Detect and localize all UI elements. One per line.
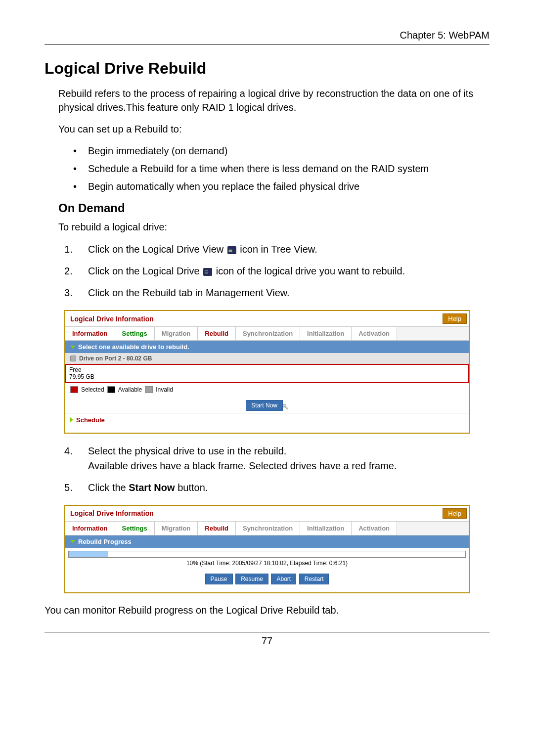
help-button[interactable]: Help bbox=[443, 508, 467, 519]
tabs-row: Information Settings Migration Rebuild S… bbox=[65, 326, 469, 341]
drive-label: Drive on Port 2 - 80.02 GB bbox=[79, 355, 152, 362]
ondemand-heading: On Demand bbox=[58, 201, 490, 215]
panel-title: Logical Drive Information bbox=[70, 509, 154, 517]
step-item: Click on the Logical Drive icon of the l… bbox=[58, 264, 490, 278]
setup-lead: You can set up a Rebuild to: bbox=[58, 122, 490, 136]
tab-migration[interactable]: Migration bbox=[155, 522, 198, 535]
rebuild-progress-label: Rebuild Progress bbox=[78, 538, 132, 545]
tab-migration[interactable]: Migration bbox=[155, 327, 198, 340]
resume-button[interactable]: Resume bbox=[235, 574, 268, 584]
step-item: Select the physical drive to use in the … bbox=[58, 444, 490, 473]
bullet-item: Begin automatically when you replace the… bbox=[58, 179, 490, 193]
step-text: Available drives have a black frame. Sel… bbox=[88, 460, 397, 471]
page-number: 77 bbox=[44, 632, 490, 647]
rebuild-progress-bar: Rebuild Progress bbox=[65, 535, 469, 548]
tab-settings[interactable]: Settings bbox=[115, 327, 155, 340]
free-size: 79.95 GB bbox=[69, 373, 465, 380]
progress-bar bbox=[68, 551, 466, 558]
free-label: Free bbox=[69, 366, 465, 373]
progress-text: 10% (Start Time: 2005/09/27 18:10:02, El… bbox=[65, 559, 469, 571]
closing-text: You can monitor Rebuild progress on the … bbox=[44, 603, 490, 617]
select-drive-text: Select one available drive to rebuild. bbox=[78, 343, 189, 351]
expand-icon bbox=[70, 346, 75, 349]
legend-available: Available bbox=[118, 386, 142, 393]
tab-initialization[interactable]: Initialization bbox=[300, 522, 352, 535]
schedule-label: Schedule bbox=[76, 416, 105, 424]
tab-information[interactable]: Information bbox=[65, 522, 115, 535]
bullet-item: Schedule a Rebuild for a time when there… bbox=[58, 162, 490, 176]
step-text: Click on the Logical Drive bbox=[88, 266, 202, 276]
cursor-icon: ↖ bbox=[282, 402, 289, 411]
legend-selected: Selected bbox=[81, 386, 104, 393]
step-text: Click the bbox=[88, 482, 129, 493]
bullet-item: Begin immediately (on demand) bbox=[58, 144, 490, 158]
step-text: Select the physical drive to use in the … bbox=[88, 445, 286, 456]
legend-selected-swatch bbox=[70, 386, 78, 393]
tabs-row: Information Settings Migration Rebuild S… bbox=[65, 521, 469, 535]
tab-settings[interactable]: Settings bbox=[115, 522, 155, 535]
intro-text: Rebuild refers to the process of repairi… bbox=[58, 87, 490, 114]
legend-available-swatch bbox=[107, 386, 115, 393]
tab-rebuild[interactable]: Rebuild bbox=[198, 327, 236, 340]
select-drive-bar: Select one available drive to rebuild. bbox=[65, 341, 469, 353]
tab-information[interactable]: Information bbox=[65, 327, 115, 340]
tab-activation[interactable]: Activation bbox=[352, 522, 397, 535]
restart-button[interactable]: Restart bbox=[299, 574, 329, 584]
logical-drive-icon bbox=[203, 268, 212, 276]
legend-row: Selected Available Invalid bbox=[65, 383, 469, 396]
drive-row: Drive on Port 2 - 80.02 GB bbox=[65, 353, 469, 364]
progress-fill bbox=[69, 551, 108, 557]
setup-bullets: Begin immediately (on demand) Schedule a… bbox=[58, 144, 490, 193]
step-text: button. bbox=[178, 482, 208, 493]
schedule-bar[interactable]: Schedule bbox=[65, 413, 469, 427]
step-text: Click on the Rebuild tab in Management V… bbox=[88, 287, 290, 298]
pause-button[interactable]: Pause bbox=[205, 574, 233, 584]
tab-activation[interactable]: Activation bbox=[352, 327, 397, 340]
step-item: Click the Start Now button. bbox=[58, 480, 490, 495]
step-strong: Start Now bbox=[129, 482, 175, 493]
logical-drive-info-panel: Logical Drive Information Help Informati… bbox=[64, 310, 470, 434]
abort-button[interactable]: Abort bbox=[271, 574, 296, 584]
help-button[interactable]: Help bbox=[443, 313, 467, 324]
start-now-button[interactable]: Start Now bbox=[246, 400, 283, 411]
chapter-header: Chapter 5: WebPAM bbox=[44, 30, 490, 44]
expand-icon bbox=[70, 417, 73, 422]
tab-synchronization[interactable]: Synchronization bbox=[236, 327, 300, 340]
steps-after: Select the physical drive to use in the … bbox=[58, 444, 490, 495]
tab-synchronization[interactable]: Synchronization bbox=[236, 522, 300, 535]
steps-before: Click on the Logical Drive View icon in … bbox=[58, 242, 490, 300]
legend-invalid: Invalid bbox=[156, 386, 173, 393]
panel-title: Logical Drive Information bbox=[70, 315, 154, 323]
step-text: icon of the logical drive you want to re… bbox=[216, 266, 405, 276]
ondemand-lead: To rebuild a logical drive: bbox=[58, 220, 490, 234]
step-text: icon in Tree View. bbox=[240, 244, 317, 255]
step-item: Click on the Logical Drive View icon in … bbox=[58, 242, 490, 257]
tab-rebuild[interactable]: Rebuild bbox=[198, 522, 236, 535]
drive-icon bbox=[70, 356, 76, 361]
expand-icon bbox=[70, 540, 75, 543]
legend-invalid-swatch bbox=[145, 386, 153, 393]
step-item: Click on the Rebuild tab in Management V… bbox=[58, 285, 490, 300]
tab-initialization[interactable]: Initialization bbox=[300, 327, 352, 340]
page-title: Logical Drive Rebuild bbox=[44, 59, 490, 78]
logical-drive-view-icon bbox=[227, 246, 236, 254]
drive-free-box[interactable]: Free 79.95 GB bbox=[65, 364, 469, 383]
step-text: Click on the Logical Drive View bbox=[88, 244, 226, 255]
rebuild-progress-panel: Logical Drive Information Help Informati… bbox=[64, 505, 470, 593]
